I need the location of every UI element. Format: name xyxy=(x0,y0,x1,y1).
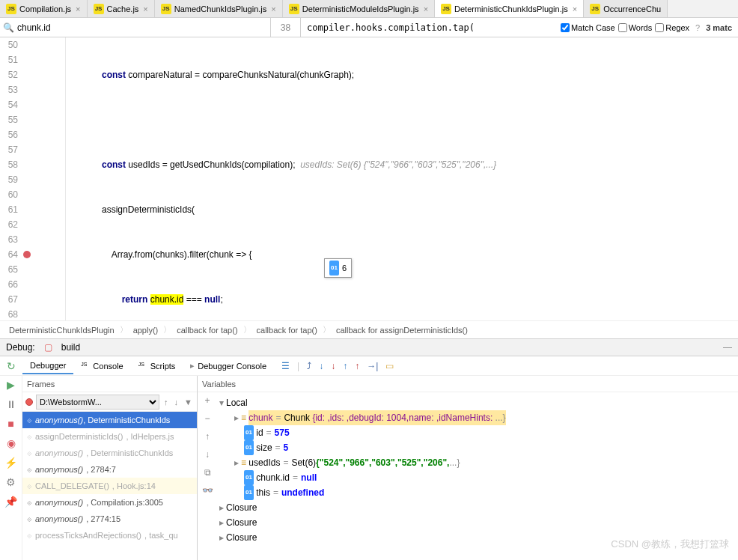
frame-item[interactable]: ⟐processTicksAndRejections(), task_qu xyxy=(22,527,197,544)
step-over-icon[interactable]: ⤴ xyxy=(307,361,311,371)
rerun-icon[interactable]: ↻ xyxy=(0,360,22,372)
frame-icon: ⟐ xyxy=(27,416,32,424)
run-config-name[interactable]: build xyxy=(61,342,80,353)
fold-gutter[interactable] xyxy=(33,37,66,320)
frame-item[interactable]: ⟐assignDeterministicIds(), IdHelpers.js xyxy=(22,428,197,445)
tab[interactable]: JSNamedChunkIdsPlugin.js× xyxy=(155,0,283,17)
crumb[interactable]: DeterministicChunkIdsPlugin xyxy=(6,326,118,335)
help-icon[interactable]: ? xyxy=(695,23,700,32)
inline-value-tooltip: 016 xyxy=(324,258,352,278)
tab-debugger[interactable]: Debugger xyxy=(22,358,73,374)
code-area[interactable]: const compareNatural = compareChunksNatu… xyxy=(66,37,738,320)
run-config-icon: ▢ xyxy=(44,342,52,353)
debug-label: Debug: xyxy=(6,342,35,353)
settings-icon[interactable]: ⚙ xyxy=(6,476,16,488)
tab-scripts[interactable]: JSScripts xyxy=(131,359,183,374)
close-icon[interactable]: × xyxy=(143,4,147,13)
js-icon: JS xyxy=(81,362,90,371)
remove-watch-icon[interactable]: − xyxy=(204,413,210,424)
frame-icon: ⟐ xyxy=(27,498,32,507)
js-icon: JS xyxy=(138,362,147,371)
pause-icon[interactable]: ⏸ xyxy=(6,398,16,410)
object-icon: ≡ xyxy=(241,455,246,470)
breakpoint-gutter[interactable] xyxy=(21,37,33,320)
chevron-right-icon[interactable]: ▸ xyxy=(217,515,226,530)
type-badge: 01 xyxy=(244,470,254,485)
pin-icon[interactable]: 📌 xyxy=(4,496,17,508)
crumb[interactable]: callback for tap() xyxy=(174,326,240,335)
crumb[interactable]: apply() xyxy=(130,326,162,335)
chevron-down-icon[interactable]: ▾ xyxy=(217,395,226,410)
frame-icon: ⟐ xyxy=(27,514,32,523)
structure-breadcrumb: DeterministicChunkIdsPlugin〉 apply()〉 ca… xyxy=(0,320,738,338)
js-icon: JS xyxy=(6,4,16,14)
chevron-right-icon[interactable]: ▸ xyxy=(217,500,226,515)
replace-input[interactable] xyxy=(301,18,555,37)
up-icon[interactable]: ↑ xyxy=(205,431,210,442)
crumb[interactable]: callback for assignDeterministicIds() xyxy=(333,326,471,335)
frame-item[interactable]: ⟐anonymous(), 2784:7 xyxy=(22,461,197,478)
object-icon: ≡ xyxy=(241,410,246,425)
tab-active[interactable]: JSDeterministicChunkIdsPlugin.js× xyxy=(435,0,584,17)
evaluate-icon[interactable]: ▭ xyxy=(385,361,394,371)
tab[interactable]: JSOccurrenceChu xyxy=(584,0,668,17)
frame-item[interactable]: ⟐anonymous(), DeterministicChunkIds xyxy=(22,412,197,428)
chevron-right-icon[interactable]: ▸ xyxy=(232,455,241,470)
editor: 505152 535455 565758 596061 626364 65666… xyxy=(0,37,738,320)
view-breakpoints-icon[interactable]: ◉ xyxy=(7,437,16,449)
frame-item[interactable]: ⟐anonymous(), Compilation.js:3005 xyxy=(22,494,197,511)
breakpoint-icon[interactable] xyxy=(23,251,31,258)
result-line: 38 xyxy=(271,18,301,37)
minimize-icon[interactable]: — xyxy=(723,342,732,353)
frame-icon: ⟐ xyxy=(27,481,32,490)
tab[interactable]: JSCache.js× xyxy=(88,0,155,17)
regex-checkbox[interactable]: Regex xyxy=(655,23,689,32)
close-icon[interactable]: × xyxy=(573,4,577,13)
close-icon[interactable]: × xyxy=(76,4,80,13)
show-execution-icon[interactable]: ☰ xyxy=(281,361,290,371)
resume-icon[interactable]: ▶ xyxy=(7,379,15,391)
tab-debugger-console[interactable]: ▸Debugger Console xyxy=(183,358,274,374)
thread-selector[interactable]: D:\WebstormW... xyxy=(36,395,159,410)
chevron-right-icon[interactable]: ▸ xyxy=(217,530,226,545)
js-icon: JS xyxy=(590,4,600,14)
mute-breakpoints-icon[interactable]: ⚡ xyxy=(4,457,17,469)
prev-frame-icon[interactable]: ↑ xyxy=(162,398,170,407)
crumb[interactable]: callback for tap() xyxy=(254,326,320,335)
next-frame-icon[interactable]: ↓ xyxy=(173,398,180,407)
frame-item[interactable]: ⟐anonymous(), 2774:15 xyxy=(22,511,197,527)
type-badge: 01 xyxy=(329,261,339,276)
force-step-into-icon[interactable]: ↓ xyxy=(331,361,335,371)
tab[interactable]: JSCompilation.js× xyxy=(0,0,88,17)
find-input[interactable] xyxy=(17,22,267,33)
chevron-right-icon[interactable]: ▸ xyxy=(232,410,241,425)
down-icon[interactable]: ↓ xyxy=(205,449,210,460)
step-into-icon[interactable]: ↓ xyxy=(319,361,323,371)
copy-icon[interactable]: ⧉ xyxy=(204,467,211,478)
frame-item[interactable]: ⟐CALL_DELEGATE(), Hook.js:14 xyxy=(22,478,197,494)
tab-console[interactable]: JSConsole xyxy=(73,359,130,374)
step-out-icon[interactable]: ↑ xyxy=(343,361,347,371)
close-icon[interactable]: × xyxy=(424,4,428,13)
type-badge: 01 xyxy=(244,440,254,455)
match-case-checkbox[interactable]: Match Case xyxy=(561,23,615,32)
variables-header: Variables xyxy=(198,376,738,392)
variables-tree[interactable]: ▾Local ▸≡ chunk=Chunk {id: ,ids: ,debugI… xyxy=(217,392,738,560)
debug-panel-header: Debug: ▢ build — xyxy=(0,338,738,356)
words-checkbox[interactable]: Words xyxy=(618,23,653,32)
glasses-icon[interactable]: 👓 xyxy=(202,485,213,496)
add-watch-icon[interactable]: + xyxy=(204,395,210,406)
frame-item[interactable]: ⟐anonymous(), DeterministicChunkIds xyxy=(22,445,197,461)
frame-icon: ⟐ xyxy=(27,432,32,441)
run-to-cursor-icon[interactable]: →| xyxy=(367,361,378,371)
filter-icon[interactable]: ▼ xyxy=(183,398,194,407)
close-icon[interactable]: × xyxy=(271,4,275,13)
debug-side-toolbar: ▶ ⏸ ■ ◉ ⚡ ⚙ 📌 xyxy=(0,376,22,560)
thread-status-icon xyxy=(25,398,33,406)
stop-icon[interactable]: ■ xyxy=(7,418,13,430)
frames-panel: Frames D:\WebstormW... ↑ ↓ ▼ ⟐anonymous(… xyxy=(22,376,198,560)
tab[interactable]: JSDeterministicModuleIdsPlugin.js× xyxy=(283,0,435,17)
drop-frame-icon[interactable]: ↑ xyxy=(355,361,359,371)
debug-body: ▶ ⏸ ■ ◉ ⚡ ⚙ 📌 Frames D:\WebstormW... ↑ ↓… xyxy=(0,376,738,560)
js-icon: JS xyxy=(94,4,104,14)
